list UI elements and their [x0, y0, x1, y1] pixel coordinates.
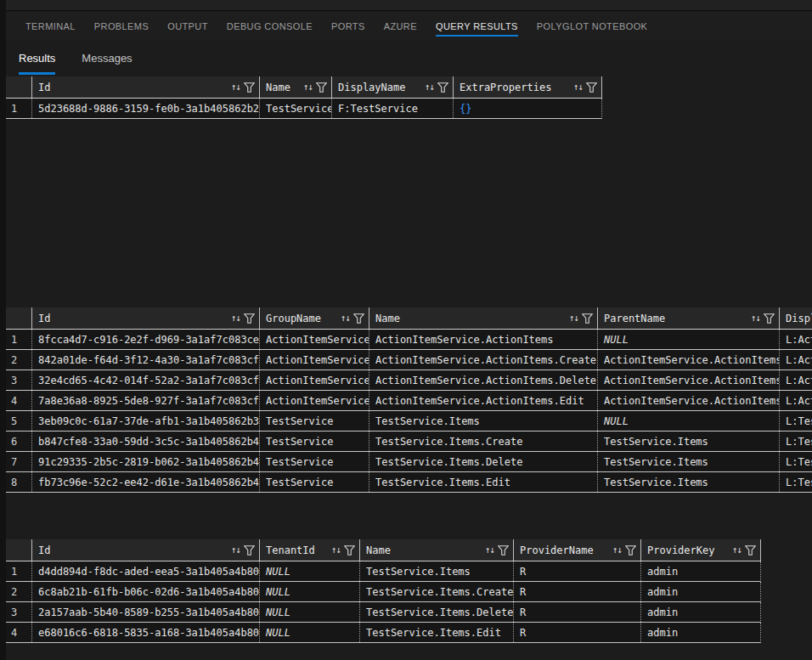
grid-cell[interactable]: 842a01de-f64d-3f12-4a30-3a1af7c083cf: [31, 350, 259, 369]
panel-tab-problems[interactable]: PROBLEMS: [85, 12, 158, 41]
table-row[interactable]: 1d4dd894d-f8dc-aded-eea5-3a1b405a4b80NUL…: [6, 561, 761, 582]
column-header-id[interactable]: Id↑↓: [31, 539, 259, 561]
table-row[interactable]: 18fcca4d7-c916-2e2f-d969-3a1af7c083ceAct…: [6, 330, 812, 350]
column-header-tenantid[interactable]: TenantId↑↓: [259, 539, 359, 561]
filter-icon[interactable]: [353, 313, 364, 324]
panel-tab-terminal[interactable]: TERMINAL: [16, 12, 85, 41]
row-number-cell[interactable]: 2: [6, 582, 31, 601]
filter-icon[interactable]: [764, 313, 775, 324]
sort-icon[interactable]: ↑↓: [485, 544, 494, 556]
grid-cell[interactable]: TestService.Items: [597, 472, 779, 492]
filter-icon[interactable]: [316, 82, 327, 93]
sort-icon[interactable]: ↑↓: [303, 82, 313, 93]
grid-cell[interactable]: ActionItemService.ActionItems.Create: [369, 350, 597, 369]
table-row[interactable]: 32a157aab-5b40-8589-b255-3a1b405a4b80NUL…: [6, 602, 761, 623]
grid-cell[interactable]: b847cfe8-33a0-59dd-3c5c-3a1b405862b4: [31, 432, 259, 451]
sort-icon[interactable]: ↑↓: [231, 544, 240, 556]
grid-cell[interactable]: F:TestService: [331, 99, 453, 118]
column-header-providername[interactable]: ProviderName↑↓: [513, 539, 640, 561]
grid-cell[interactable]: TestService.Items: [369, 411, 597, 431]
row-number-cell[interactable]: 5: [6, 411, 31, 431]
grid-cell[interactable]: L:Act: [779, 330, 812, 349]
grid-cell[interactable]: admin: [640, 561, 760, 581]
row-number-cell[interactable]: 3: [6, 370, 31, 390]
grid-cell[interactable]: L:Act: [779, 350, 812, 369]
grid-cell[interactable]: admin: [640, 602, 760, 622]
tab-results[interactable]: Results: [19, 41, 55, 75]
tab-messages[interactable]: Messages: [82, 41, 132, 75]
sort-icon[interactable]: ↑↓: [425, 82, 434, 93]
row-number-cell[interactable]: 3: [6, 602, 31, 622]
sort-icon[interactable]: ↑↓: [569, 313, 578, 324]
filter-icon[interactable]: [244, 82, 255, 93]
grid-cell[interactable]: ActionItemService: [259, 370, 369, 390]
grid-cell[interactable]: TestService.Items.Delete: [359, 602, 513, 622]
table-row[interactable]: 6b847cfe8-33a0-59dd-3c5c-3a1b405862b4Tes…: [6, 432, 812, 452]
filter-icon[interactable]: [437, 82, 448, 93]
grid-cell[interactable]: NULL: [259, 561, 359, 581]
table-row[interactable]: 53eb09c0c-61a7-37de-afb1-3a1b405862b3Tes…: [6, 411, 812, 432]
grid-cell[interactable]: L:Tes: [779, 411, 812, 431]
panel-tab-output[interactable]: OUTPUT: [158, 12, 217, 41]
grid-cell[interactable]: NULL: [597, 330, 779, 349]
filter-icon[interactable]: [745, 545, 756, 556]
grid-cell[interactable]: TestService.Items.Create: [369, 432, 597, 451]
column-header-displayname[interactable]: DisplayName↑↓: [331, 76, 453, 98]
panel-tab-query-results[interactable]: QUERY RESULTS: [426, 12, 527, 41]
grid-cell[interactable]: R: [513, 602, 640, 622]
grid-cell[interactable]: d4dd894d-f8dc-aded-eea5-3a1b405a4b80: [31, 561, 259, 581]
column-header-id[interactable]: Id↑↓: [31, 307, 259, 329]
grid-cell[interactable]: ActionItemService.ActionItems: [597, 391, 779, 410]
grid-cell[interactable]: R: [513, 582, 640, 601]
column-header-name[interactable]: Name↑↓: [359, 539, 513, 561]
grid-cell[interactable]: NULL: [259, 602, 359, 622]
sort-icon[interactable]: ↑↓: [573, 82, 583, 93]
row-number-cell[interactable]: 1: [6, 561, 31, 581]
row-number-cell[interactable]: 1: [6, 330, 31, 349]
table-row[interactable]: 8fb73c96e-52c2-ee42-d61e-3a1b405862b4Tes…: [6, 472, 812, 493]
grid-cell[interactable]: TestService: [259, 432, 369, 451]
column-header-name[interactable]: Name↑↓: [369, 307, 597, 329]
table-row[interactable]: 15d23688d-9886-3159-fe0b-3a1b405862b2Tes…: [6, 99, 602, 119]
grid-cell[interactable]: 6c8ab21b-61fb-b06c-02d6-3a1b405a4b80: [31, 582, 259, 601]
grid-cell[interactable]: TestService: [259, 472, 369, 492]
grid-cell[interactable]: ActionItemService.ActionItems.Edit: [369, 391, 597, 410]
grid-cell[interactable]: ActionItemService.ActionItems: [597, 370, 779, 390]
grid-cell[interactable]: L:Tes: [779, 472, 812, 492]
row-number-cell[interactable]: 2: [6, 350, 31, 369]
grid-cell[interactable]: admin: [640, 582, 760, 601]
grid-cell[interactable]: TestService.Items.Create: [359, 582, 513, 601]
grid-cell[interactable]: 91c29335-2b5c-2819-b062-3a1b405862b4: [31, 452, 259, 471]
panel-tab-ports[interactable]: PORTS: [322, 12, 375, 41]
grid-cell[interactable]: R: [513, 561, 640, 581]
filter-icon[interactable]: [586, 82, 597, 93]
table-row[interactable]: 26c8ab21b-61fb-b06c-02d6-3a1b405a4b80NUL…: [6, 582, 761, 602]
grid-cell[interactable]: ActionItemService: [259, 391, 369, 410]
sort-icon[interactable]: ↑↓: [231, 82, 240, 93]
grid-cell[interactable]: L:Act: [779, 370, 812, 390]
filter-icon[interactable]: [582, 313, 593, 324]
grid-cell[interactable]: TestService.Items: [359, 561, 513, 581]
filter-icon[interactable]: [344, 545, 355, 556]
sort-icon[interactable]: ↑↓: [612, 544, 622, 556]
table-row[interactable]: 47a8e36a8-8925-5de8-927f-3a1af7c083cfAct…: [6, 391, 812, 411]
column-header-id[interactable]: Id↑↓: [31, 76, 259, 98]
sort-icon[interactable]: ↑↓: [732, 544, 742, 556]
column-header-providerkey[interactable]: ProviderKey↑↓: [640, 539, 760, 561]
grid-cell[interactable]: NULL: [259, 582, 359, 601]
filter-icon[interactable]: [244, 545, 255, 556]
grid-cell[interactable]: 8fcca4d7-c916-2e2f-d969-3a1af7c083ce: [31, 330, 259, 349]
grid-cell[interactable]: ActionItemService.ActionItems: [369, 330, 597, 349]
row-number-cell[interactable]: 4: [6, 623, 31, 642]
sort-icon[interactable]: ↑↓: [751, 313, 760, 324]
grid-cell[interactable]: ActionItemService: [259, 330, 369, 349]
filter-icon[interactable]: [244, 313, 255, 324]
grid-cell[interactable]: fb73c96e-52c2-ee42-d61e-3a1b405862b4: [31, 472, 259, 492]
table-row[interactable]: 4e68016c6-6818-5835-a168-3a1b405a4b80NUL…: [6, 623, 761, 643]
column-header-parentname[interactable]: ParentName↑↓: [597, 307, 779, 329]
grid-cell[interactable]: L:Tes: [779, 432, 812, 451]
grid-cell[interactable]: ActionItemService.ActionItems: [597, 350, 779, 369]
grid-cell[interactable]: TestService.Items: [597, 452, 779, 471]
grid-cell[interactable]: 5d23688d-9886-3159-fe0b-3a1b405862b2: [31, 99, 259, 118]
grid-cell[interactable]: 7a8e36a8-8925-5de8-927f-3a1af7c083cf: [31, 391, 259, 410]
